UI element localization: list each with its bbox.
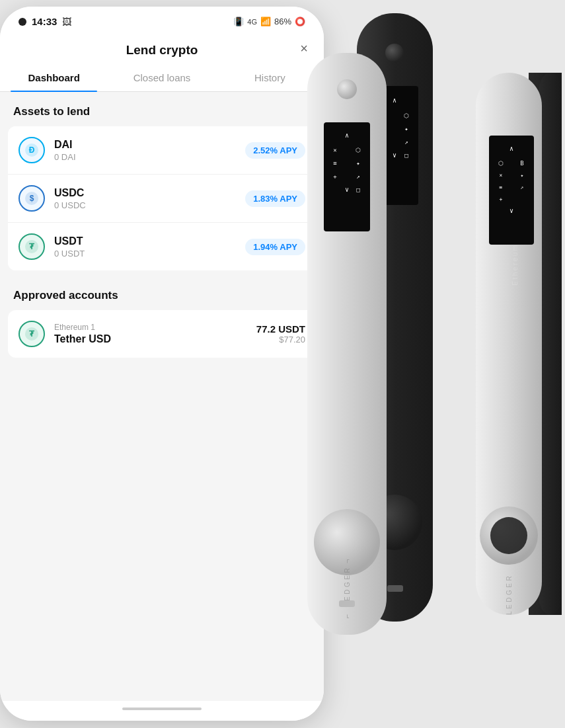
usdc-name: USDC [54,187,245,199]
svg-text:⌐: ⌐ [343,614,351,618]
usdt-info: USDT 0 USDT [54,235,245,259]
svg-text:⬡: ⬡ [498,160,504,167]
svg-text:+: + [333,173,337,180]
tab-closed-loans[interactable]: Closed loans [108,64,215,91]
dai-balance: 0 DAI [54,152,245,162]
svg-text:□: □ [356,186,360,193]
usdt-icon: ₮ [19,233,45,260]
approved-section: Approved accounts ₮ Ethereum 1 Tether US… [0,276,324,358]
phone-shell: 14:33 🖼 📳 4G 📶 86% ⭕ Lend crypto × Dashb… [0,7,324,721]
asset-row-dai[interactable]: Ð DAI 0 DAI 2.52% APY [8,126,316,175]
main-content: Assets to lend Ð DAI 0 DAI 2.52% APY [0,92,324,701]
svg-text:↗: ↗ [404,139,408,145]
svg-text:✕: ✕ [333,147,336,153]
tab-dashboard[interactable]: Dashboard [0,64,108,91]
ledger-device-silver-right: ∧ ⬡ × B ≡ ✦ + ↗ ∨ Ethereum LEDGER [476,73,562,615]
account-amount: 77.2 USDT $77.20 [256,323,305,344]
amount-usd: $77.20 [256,335,305,344]
svg-text:+: + [500,196,503,202]
usdt-name: USDT [54,235,245,247]
svg-text:✦: ✦ [521,173,524,179]
usdc-icon: $ [19,185,45,212]
svg-point-25 [337,79,357,99]
ledger-device-silver-left: ∧ ✕ ⬡ ≡ ✦ + ↗ ∨ □ ⌐ LEDGER ¬ [301,53,400,635]
svg-point-36 [314,509,380,575]
svg-text:✦: ✦ [404,126,408,132]
account-info: Ethereum 1 Tether USD [54,323,256,345]
svg-text:✦: ✦ [356,160,360,167]
svg-text:₮: ₮ [29,242,35,251]
svg-text:∧: ∧ [509,145,513,152]
svg-text:₮: ₮ [29,329,35,339]
svg-text:⬡: ⬡ [356,147,361,153]
status-bar: 14:33 🖼 📳 4G 📶 86% ⭕ [0,7,324,32]
home-indicator [0,701,324,721]
usdc-balance: 0 USDC [54,200,245,210]
home-bar [122,708,202,710]
svg-text:□: □ [404,152,408,159]
svg-text:¬: ¬ [343,559,351,563]
svg-text:⬡: ⬡ [404,112,409,119]
svg-text:×: × [500,173,503,179]
status-right: 📳 4G 📶 86% ⭕ [233,17,305,26]
usdt-apy: 1.94% APY [245,239,305,255]
dai-info: DAI 0 DAI [54,139,245,162]
vibrate-icon: 📳 [233,17,244,26]
usdc-apy: 1.83% APY [245,190,305,207]
svg-text:B: B [520,160,523,167]
svg-text:∧: ∧ [345,132,349,139]
svg-text:≡: ≡ [333,160,337,167]
camera-icon [19,18,26,26]
dai-apy: 2.52% APY [245,142,305,159]
svg-text:≡: ≡ [500,184,503,190]
dai-name: DAI [54,139,245,151]
svg-text:LEDGER: LEDGER [506,574,513,615]
approved-section-title: Approved accounts [0,276,324,310]
signal-icon: 4G [247,18,257,26]
wifi-icon: 📶 [260,17,271,26]
app-header: Lend crypto × [0,32,324,64]
account-usdt-icon: ₮ [19,321,45,347]
battery-level: 86% [274,17,291,26]
svg-point-56 [490,517,527,554]
svg-text:$: $ [30,194,34,203]
svg-text:↗: ↗ [356,173,359,180]
svg-rect-42 [539,73,562,615]
svg-text:↗: ↗ [521,184,524,190]
asset-row-usdc[interactable]: $ USDC 0 USDC 1.83% APY [8,175,316,223]
svg-text:Ð: Ð [29,145,35,155]
status-time: 14:33 [32,16,57,27]
svg-text:Ethereum: Ethereum [511,243,519,285]
screenshot-icon: 🖼 [62,17,71,27]
account-row-eth1[interactable]: ₮ Ethereum 1 Tether USD 77.2 USDT $77.20 [8,310,316,358]
assets-list: Ð DAI 0 DAI 2.52% APY $ USDC [8,126,316,270]
svg-text:∨: ∨ [345,186,349,193]
svg-text:∨: ∨ [509,207,513,214]
ledger-devices: ∧ ✕ ⬡ Bit ≡ ✦ + ↗ ∨ □ Bitcoin [311,0,565,728]
usdc-info: USDC 0 USDC [54,187,245,210]
status-left: 14:33 🖼 [19,16,71,27]
accounts-list: ₮ Ethereum 1 Tether USD 77.2 USDT $77.20 [8,310,316,358]
battery-icon: ⭕ [295,17,305,26]
account-name: Tether USD [54,333,256,345]
app-title: Lend crypto [126,43,198,58]
svg-rect-40 [339,600,355,607]
tab-bar: Dashboard Closed loans History [0,64,324,92]
dai-icon: Ð [19,137,45,163]
asset-row-usdt[interactable]: ₮ USDT 0 USDT 1.94% APY [8,223,316,270]
assets-section-title: Assets to lend [0,92,324,126]
usdt-balance: 0 USDT [54,249,245,259]
amount-usdt: 77.2 USDT [256,323,305,335]
account-sub-label: Ethereum 1 [54,323,256,332]
